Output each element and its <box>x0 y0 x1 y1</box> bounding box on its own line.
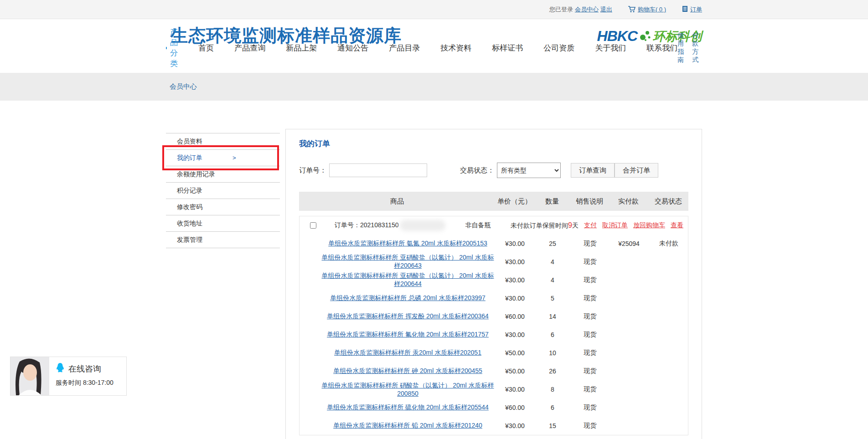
member-sidebar: 会员资料 我的订单 > 余额使用记录 积分记录 修改密码 收货地址 发票管理 <box>166 133 280 248</box>
guide-link[interactable]: 使用指南 <box>677 31 687 64</box>
sidebar-item-label: 发票管理 <box>177 236 202 244</box>
paid-amount-value: ¥25094 <box>610 240 648 247</box>
sidebar-item[interactable]: 余额使用记录 <box>166 166 280 183</box>
nav-item[interactable]: 首页 <box>198 43 214 53</box>
page-root: 您已登录 会员中心退出 购物车( 0 ) 订单 生态环境监测标准样品资源库 HB… <box>0 0 868 439</box>
nav-item[interactable]: 通知公告 <box>337 43 368 53</box>
sidebar-item-label: 我的订单 <box>177 154 202 162</box>
unit-price-value: ¥60.00 <box>496 313 534 320</box>
breadcrumb-band: 会员中心 <box>0 73 868 101</box>
qq-icon <box>56 362 65 375</box>
orders-group[interactable]: 订单 <box>682 5 702 14</box>
agent-avatar <box>10 357 49 395</box>
product-link[interactable]: 单组份水质监测标样标样所 汞20ml 水质标样202051 <box>334 349 481 356</box>
sidebar-item[interactable]: 修改密码 <box>166 199 280 215</box>
product-link[interactable]: 单组份水质监测标样标样所 亚硝酸盐（以氮计） 20ml 水质标样200643 <box>321 254 494 269</box>
cancel-order-link[interactable]: 取消订单 <box>602 221 628 230</box>
sidebar-item-label: 余额使用记录 <box>177 170 215 179</box>
order-item-row: 单组份水质监测标样标样所 氟化物 20ml 水质标样201757 ¥30.00 … <box>300 326 688 344</box>
back-to-cart-link[interactable]: 放回购物车 <box>633 221 665 230</box>
top-utility-bar: 您已登录 会员中心退出 购物车( 0 ) 订单 <box>0 0 868 19</box>
payment-link[interactable]: 付款方式 <box>692 31 702 64</box>
nav-category-label: 产品分类 <box>170 27 182 69</box>
sale-note-value: 现货 <box>571 240 610 248</box>
sidebar-item[interactable]: 发票管理 <box>166 232 280 248</box>
online-consult-widget[interactable]: 在线咨询 服务时间 8:30-17:00 <box>10 357 127 396</box>
quantity-value: 15 <box>534 422 571 429</box>
consult-info: 在线咨询 服务时间 8:30-17:00 <box>49 357 126 395</box>
view-order-link[interactable]: 查看 <box>671 221 683 230</box>
nav-item[interactable]: 联系我们 <box>646 43 677 53</box>
quantity-value: 4 <box>534 258 571 265</box>
quantity-value: 5 <box>534 295 571 302</box>
nav-item[interactable]: 新品上架 <box>286 43 317 53</box>
service-time: 服务时间 8:30-17:00 <box>56 379 126 387</box>
merge-orders-button[interactable]: 合并订单 <box>615 163 658 178</box>
unit-price-value: ¥30.00 <box>496 331 534 338</box>
product-link[interactable]: 单组份水质监测标样标样所 氨氮 20ml 水质标样2005153 <box>328 240 487 247</box>
breadcrumb[interactable]: 会员中心 <box>166 82 197 91</box>
cart-link[interactable]: 购物车( 0 ) <box>638 5 666 14</box>
sidebar-item[interactable]: 会员资料 <box>166 133 280 150</box>
bottle-note: 非自备瓶 <box>465 221 491 230</box>
chevron-right-icon: > <box>232 154 236 161</box>
nav-item[interactable]: 标样证书 <box>492 43 523 53</box>
nav-item[interactable]: 技术资料 <box>440 43 471 53</box>
sale-note-value: 现货 <box>571 331 610 339</box>
trade-status-select[interactable]: 所有类型 <box>497 163 561 178</box>
product-link[interactable]: 单组份水质监测标样标样所 砷 20ml 水质标样200455 <box>333 367 482 374</box>
order-search-bar: 订单号： 交易状态： 所有类型 订单查询 合并订单 <box>299 163 688 178</box>
product-link[interactable]: 单组份水质监测标样标样所 氟化物 20ml 水质标样201757 <box>327 331 489 338</box>
cart-icon <box>628 5 636 14</box>
sale-note-value: 现货 <box>571 312 610 321</box>
cart-group[interactable]: 购物车( 0 ) <box>628 5 666 14</box>
nav-item[interactable]: 产品查询 <box>234 43 265 53</box>
unit-price-value: ¥30.00 <box>496 295 534 302</box>
product-link[interactable]: 单组份水质监测标样标样所 铅 20ml 水质标样201240 <box>333 422 482 429</box>
member-center-link[interactable]: 会员中心 <box>575 5 599 14</box>
pay-link[interactable]: 支付 <box>584 221 597 230</box>
redacted-order-suffix <box>400 220 445 231</box>
order-group: 订单号：20210831150 非自备瓶 未付款订单保留时间9天 支付 取消订单… <box>299 216 688 435</box>
col-sale-note: 销售说明 <box>570 197 609 206</box>
product-link[interactable]: 单组份水质监测标样标样所 硝酸盐（以氮计） 20ml 水质标样200850 <box>321 382 494 397</box>
unit-price-value: ¥50.00 <box>496 349 534 357</box>
order-checkbox[interactable] <box>310 222 316 229</box>
sidebar-item[interactable]: 我的订单 > <box>166 150 280 166</box>
page-title: 我的订单 <box>299 138 688 149</box>
sidebar-item[interactable]: 收货地址 <box>166 215 280 232</box>
sidebar-item-label: 会员资料 <box>177 138 202 146</box>
product-link[interactable]: 单组份水质监测标样标样所 挥发酚 20ml 水质标样200364 <box>327 312 489 320</box>
logged-in-text: 您已登录 <box>549 5 573 14</box>
nav-item[interactable]: 产品目录 <box>389 43 420 53</box>
logout-link[interactable]: 退出 <box>600 5 612 14</box>
sale-note-value: 现货 <box>571 258 610 266</box>
order-item-row: 单组份水质监测标样标样所 硫化物 20ml 水质标样205544 ¥60.00 … <box>300 398 688 417</box>
orders-link[interactable]: 订单 <box>690 5 702 14</box>
quantity-value: 6 <box>534 404 571 411</box>
order-item-row: 单组份水质监测标样标样所 亚硝酸盐（以氮计） 20ml 水质标样200643 ¥… <box>300 253 688 271</box>
order-item-row: 单组份水质监测标样标样所 亚硝酸盐（以氮计） 20ml 水质标样200644 ¥… <box>300 271 688 289</box>
nav-item[interactable]: 关于我们 <box>595 43 626 53</box>
order-item-row: 单组份水质监测标样标样所 汞20ml 水质标样202051 ¥50.00 10 … <box>300 344 688 362</box>
orders-panel: 我的订单 订单号： 交易状态： 所有类型 订单查询 合并订单 商品 单价（元） … <box>285 129 702 439</box>
login-status: 您已登录 会员中心退出 <box>549 5 612 14</box>
quantity-value: 25 <box>534 240 571 247</box>
nav-item[interactable]: 公司资质 <box>543 43 574 53</box>
order-no-label: 订单号： <box>299 166 326 175</box>
order-query-button[interactable]: 订单查询 <box>571 163 615 178</box>
order-item-row: 单组份水质监测标样标样所 硝酸盐（以氮计） 20ml 水质标样200850 ¥3… <box>300 380 688 398</box>
nav-item-product-category[interactable]: 产品分类 <box>166 27 182 69</box>
sidebar-item-label: 积分记录 <box>177 187 202 195</box>
product-link[interactable]: 单组份水质监测标样标样所 硫化物 20ml 水质标样205544 <box>327 403 489 411</box>
col-qty: 数量 <box>534 197 570 206</box>
sale-note-value: 现货 <box>571 294 610 302</box>
product-link[interactable]: 单组份水质监测标样标样所 亚硝酸盐（以氮计） 20ml 水质标样200644 <box>321 272 494 287</box>
order-group-header: 订单号：20210831150 非自备瓶 未付款订单保留时间9天 支付 取消订单… <box>300 216 688 235</box>
consult-title: 在线咨询 <box>68 363 101 374</box>
unit-price-value: ¥50.00 <box>496 368 534 375</box>
sidebar-item[interactable]: 积分记录 <box>166 183 280 199</box>
order-no-input[interactable] <box>329 163 427 177</box>
product-link[interactable]: 单组份水质监测标样标样所 总磷 20ml 水质标样203997 <box>330 294 486 301</box>
col-product: 商品 <box>299 197 495 206</box>
